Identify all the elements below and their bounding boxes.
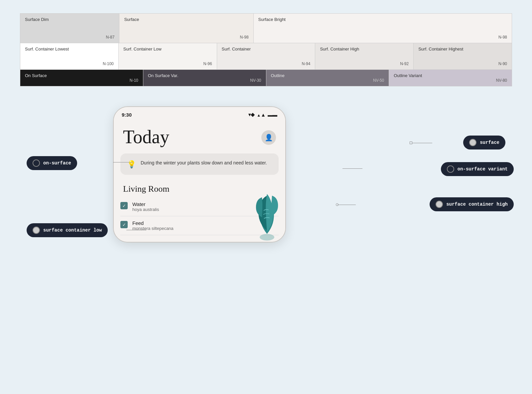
connector-surface-container-low <box>126 230 146 230</box>
phone-wrapper: 9:30 ◆ ▲ ▬ Today 👤 💡 During the winter y… <box>113 106 286 243</box>
swatch-surface: Surface N-98 <box>119 14 253 43</box>
wifi-icon: ◆ <box>248 112 255 118</box>
phone-mockup: 9:30 ◆ ▲ ▬ Today 👤 💡 During the winter y… <box>113 106 286 243</box>
avatar-button[interactable]: 👤 <box>261 130 276 145</box>
connector-on-surface <box>113 162 133 162</box>
connector-surface <box>412 143 432 143</box>
person-icon: 👤 <box>265 134 273 142</box>
swatch-outline-var: Outline Variant NV-80 <box>389 70 512 86</box>
annotation-surface-pill: surface <box>463 136 505 149</box>
swatch-label-0: Surf. Container Lowest <box>25 47 114 51</box>
plant-svg <box>249 191 285 242</box>
swatch-label-surface: Surface <box>124 17 248 22</box>
swatch-value-3: N-92 <box>400 61 409 66</box>
task-name-1: Feed <box>132 220 174 226</box>
pill-circle-surface-container-high <box>436 201 443 208</box>
task-name-0: Water <box>132 201 159 207</box>
swatch-value-4: N-90 <box>498 61 507 66</box>
swatch-on-surface: On Surface N-10 <box>20 70 143 86</box>
swatch-surface-bright: Surface Bright N-98 <box>254 14 512 43</box>
phone-content: Today 👤 💡 During the winter your plants … <box>114 121 285 242</box>
task-checkbox-1[interactable]: ✓ <box>120 221 128 228</box>
svg-point-0 <box>260 234 274 241</box>
swatch-outline: Outline NV-50 <box>266 70 389 86</box>
swatch-on-surface-var: On Surface Var. NV-30 <box>143 70 266 86</box>
phone-time: 9:30 <box>122 112 132 118</box>
signal-icon: ▲ <box>257 112 266 118</box>
pill-circle-surface <box>469 139 476 146</box>
swatch-value-outline-var: NV-80 <box>496 78 507 83</box>
tip-card: 💡 During the winter your plants slow dow… <box>120 153 279 175</box>
annotation-on-surface-variant-label: on-surface variant <box>458 166 508 172</box>
swatch-label-3: Surf. Container High <box>320 47 409 51</box>
swatch-surf-cont-high: Surf. Container High N-92 <box>315 43 414 69</box>
pill-circle-on-surface <box>33 159 40 167</box>
task-text-0: Water hoya australis <box>132 201 159 212</box>
annotation-surface-container-high-pill: surface container high <box>430 197 514 211</box>
swatch-row-3: On Surface N-10 On Surface Var. NV-30 Ou… <box>20 70 512 86</box>
swatch-value-surface-bright: N-98 <box>498 35 507 40</box>
swatch-value-surface: N-98 <box>240 35 249 40</box>
plant-decoration <box>249 191 285 243</box>
swatch-label-1: Surf. Container Low <box>123 47 212 51</box>
annotation-on-surface: on-surface <box>27 156 77 170</box>
annotation-surface-container-high-label: surface container high <box>446 202 508 207</box>
swatch-label-4: Surf. Container Highest <box>418 47 507 51</box>
connector-surface-container-high <box>337 205 356 205</box>
annotation-surface-container-low-label: surface container low <box>43 228 102 233</box>
swatch-surface-dim: Surface Dim N-87 <box>20 14 119 43</box>
swatch-section: Surface Dim N-87 Surface N-98 Surface Br… <box>20 13 512 86</box>
swatch-value-outline: NV-50 <box>373 78 384 83</box>
phone-header: Today 👤 <box>114 121 285 149</box>
swatch-label-outline: Outline <box>271 73 384 78</box>
task-sub-0: hoya australis <box>132 207 159 212</box>
swatch-label-surface-dim: Surface Dim <box>25 17 114 22</box>
swatch-row-1: Surface Dim N-87 Surface N-98 Surface Br… <box>20 13 512 43</box>
swatch-value-0: N-100 <box>103 61 114 66</box>
swatch-label-surface-bright: Surface Bright <box>258 17 507 22</box>
swatch-value-1: N-96 <box>203 61 212 66</box>
connector-on-surface-variant <box>342 168 362 169</box>
swatch-label-outline-var: Outline Variant <box>394 73 507 78</box>
swatch-label-on-surface: On Surface <box>25 73 138 78</box>
swatch-value-on-surface-var: NV-30 <box>250 78 261 83</box>
annotation-on-surface-variant: on-surface variant <box>441 162 514 176</box>
annotation-surface-container-low: surface container low <box>27 223 108 237</box>
swatch-value-surface-dim: N-87 <box>106 35 114 40</box>
annotation-on-surface-variant-pill: on-surface variant <box>441 162 514 176</box>
task-list: ✓ Water hoya australis ✓ Feed monstera s… <box>114 197 285 235</box>
phone-app-title: Today <box>123 128 169 146</box>
swatch-surf-cont-low: Surf. Container Low N-96 <box>119 43 217 69</box>
swatch-value-2: N-94 <box>302 61 310 66</box>
annotation-surface-container-high: surface container high <box>430 197 514 211</box>
annotation-on-surface-label: on-surface <box>43 160 71 166</box>
swatch-surf-cont-lowest: Surf. Container Lowest N-100 <box>20 43 119 69</box>
swatch-label-2: Surf. Container <box>222 47 311 51</box>
swatch-surf-cont: Surf. Container N-94 <box>217 43 316 69</box>
annotation-surface-container-low-pill: surface container low <box>27 223 108 237</box>
dot-surface <box>410 142 412 144</box>
swatch-value-on-surface: N-10 <box>130 78 138 83</box>
pill-circle-surface-container-low <box>33 227 40 234</box>
dot-surface-container-high <box>336 203 338 206</box>
swatch-row-2: Surf. Container Lowest N-100 Surf. Conta… <box>20 43 512 70</box>
annotation-surface: surface <box>463 136 505 149</box>
swatch-label-on-surface-var: On Surface Var. <box>148 73 261 78</box>
task-text-1: Feed monstera siltepecana <box>132 220 174 231</box>
annotation-on-surface-pill: on-surface <box>27 156 77 170</box>
task-checkbox-0[interactable]: ✓ <box>120 202 128 209</box>
tip-text: During the winter your plants slow down … <box>141 159 267 166</box>
lightbulb-icon: 💡 <box>127 160 136 169</box>
battery-icon: ▬ <box>268 112 277 118</box>
annotation-surface-label: surface <box>480 140 499 145</box>
status-icons: ◆ ▲ ▬ <box>248 112 277 118</box>
swatch-surf-cont-highest: Surf. Container Highest N-90 <box>414 43 512 69</box>
phone-status-bar: 9:30 ◆ ▲ ▬ <box>114 107 285 121</box>
pill-circle-on-surface-variant <box>447 165 454 173</box>
